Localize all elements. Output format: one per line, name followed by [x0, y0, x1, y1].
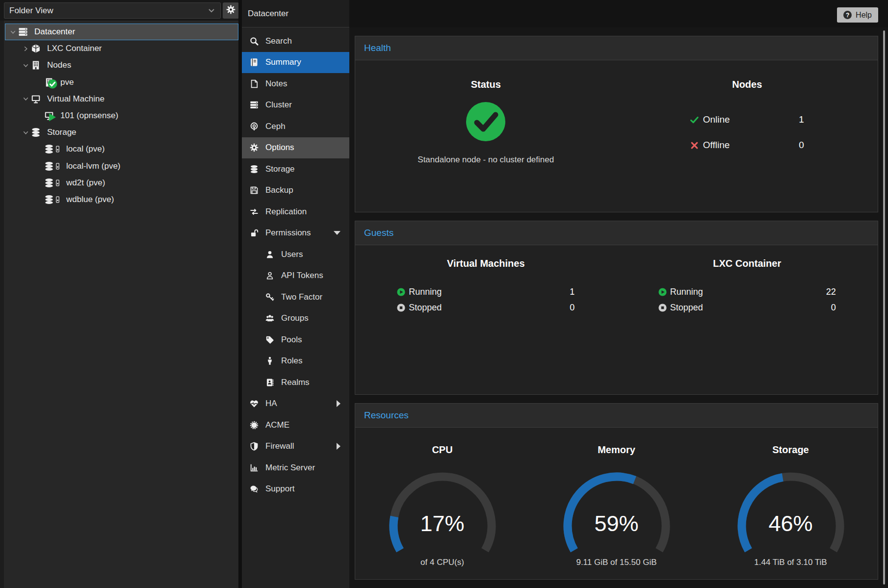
resources-band-title: Resources [355, 410, 409, 421]
tree-gutter [0, 21, 4, 588]
nav-item-options[interactable]: Options [242, 137, 349, 159]
online-count: 1 [799, 114, 804, 125]
nav-item-ceph[interactable]: Ceph [242, 116, 349, 137]
vm-running-row: Running 1 [397, 284, 575, 300]
tree-item-101-opnsense[interactable]: 101 (opnsense) [5, 107, 238, 124]
tree-item-lxc-container[interactable]: LXC Container [5, 40, 238, 57]
nav-menu: SearchSummaryNotesClusterCephOptionsStor… [242, 30, 349, 500]
nav-item-groups[interactable]: Groups [242, 308, 349, 330]
nav-item-label: Permissions [265, 228, 311, 238]
nav-panel: Datacenter SearchSummaryNotesClusterCeph… [242, 0, 349, 588]
nav-item-label: Support [265, 484, 295, 494]
nav-item-support[interactable]: Support [242, 479, 349, 500]
vm-stopped-count: 0 [570, 303, 575, 313]
nav-item-replication[interactable]: Replication [242, 201, 349, 223]
database-drive-icon [44, 178, 62, 188]
expander-right-icon[interactable] [337, 400, 340, 407]
tree-item-wd2t-pve[interactable]: wd2t (pve) [5, 175, 238, 191]
status-check-badge [48, 79, 57, 89]
lxc-running-label: Running [670, 287, 703, 297]
main-content: Health Status Standalone node - no clust… [349, 27, 888, 588]
heartbeat-icon [249, 399, 259, 409]
database-drive-icon [44, 161, 62, 172]
nav-item-label: Users [281, 250, 303, 259]
question-icon: ? [843, 11, 852, 19]
health-band: Health [355, 36, 878, 60]
memory-gauge: 59% [553, 464, 680, 556]
tree-item-pve[interactable]: pve [5, 74, 238, 91]
expander-down-icon[interactable] [334, 231, 340, 235]
vm-stopped-row: Stopped 0 [397, 300, 575, 315]
tree-item-label: Storage [47, 128, 77, 137]
tree-item-local-pve[interactable]: local (pve) [5, 141, 238, 157]
storage-gauge: 46% [727, 464, 855, 556]
nav-item-label: Cluster [265, 100, 292, 110]
tree-item-local-lvm-pve[interactable]: local-lvm (pve) [5, 158, 238, 175]
nav-item-notes[interactable]: Notes [242, 73, 349, 95]
chevron-down-icon[interactable] [20, 95, 31, 102]
chevron-down-icon[interactable] [7, 28, 18, 36]
book-icon [249, 57, 259, 67]
nav-item-backup[interactable]: Backup [242, 180, 349, 202]
nav-item-acme[interactable]: ACME [242, 414, 349, 436]
cpu-gauge-column: CPU 17% of 4 CPU(s) [355, 428, 529, 579]
tree-item-virtual-machine[interactable]: Virtual Machine [5, 91, 238, 107]
expander-right-icon[interactable] [337, 443, 340, 450]
database-drive-icon [44, 144, 62, 154]
nav-item-firewall[interactable]: Firewall [242, 436, 349, 458]
status-title: Status [355, 79, 617, 90]
nav-item-label: Pools [281, 335, 302, 345]
nav-item-cluster[interactable]: Cluster [242, 95, 349, 116]
nav-item-label: Search [265, 36, 292, 46]
nav-item-storage[interactable]: Storage [242, 158, 349, 180]
floppy-icon [249, 185, 259, 195]
server-stack-icon [18, 26, 30, 37]
health-status-column: Status Standalone node - no cluster defi… [355, 60, 617, 212]
tree-item-wdblue-pve[interactable]: wdblue (pve) [5, 191, 238, 208]
chevron-down-icon[interactable] [20, 129, 31, 136]
nav-item-search[interactable]: Search [242, 30, 349, 52]
tree-item-label: 101 (opnsense) [60, 111, 118, 121]
chevron-down-icon[interactable] [20, 62, 31, 69]
cross-icon [690, 141, 703, 150]
view-selector[interactable]: Folder View [4, 2, 221, 19]
server-stack-icon [249, 100, 259, 110]
scrollbar-thumb[interactable] [883, 30, 885, 585]
nav-item-pools[interactable]: Pools [242, 329, 349, 351]
nav-item-label: Metric Server [265, 463, 315, 473]
nav-item-label: API Tokens [281, 271, 323, 281]
nav-item-two-factor[interactable]: Two Factor [242, 286, 349, 308]
cpu-detail: of 4 CPU(s) [355, 558, 529, 567]
tree-item-nodes[interactable]: Nodes [5, 57, 238, 74]
guests-lxc-column: LXC Container Running 22 Stopped [617, 245, 878, 394]
nav-item-ha[interactable]: HA [242, 393, 349, 415]
nav-item-realms[interactable]: Realms [242, 372, 349, 393]
help-button[interactable]: ? Help [837, 7, 878, 23]
seal-icon [249, 420, 259, 430]
tree-item-label: local (pve) [66, 144, 104, 154]
tree-item-label: local-lvm (pve) [66, 161, 121, 171]
key-icon [265, 292, 275, 302]
stopped-icon [658, 304, 670, 312]
chevron-right-icon[interactable] [20, 45, 31, 52]
panel-splitter[interactable] [238, 0, 242, 588]
nav-item-api-tokens[interactable]: API Tokens [242, 265, 349, 287]
health-nodes-column: Nodes Online 1 Offline 0 [617, 60, 878, 212]
lxc-stopped-count: 0 [831, 303, 836, 313]
tree-item-storage[interactable]: Storage [5, 124, 238, 141]
tree-item-datacenter[interactable]: Datacenter [5, 24, 238, 40]
lxc-stopped-label: Stopped [670, 303, 703, 313]
memory-title: Memory [529, 444, 704, 456]
storage-title: Storage [704, 444, 878, 456]
resources-panel: CPU 17% of 4 CPU(s) Memory 59% 9.11 GiB … [355, 428, 878, 580]
nav-item-roles[interactable]: Roles [242, 351, 349, 372]
nav-item-metric-server[interactable]: Metric Server [242, 457, 349, 479]
nav-item-permissions[interactable]: Permissions [242, 223, 349, 244]
nav-item-label: Options [265, 143, 294, 153]
nav-item-summary[interactable]: Summary [242, 52, 349, 74]
nav-item-users[interactable]: Users [242, 244, 349, 265]
nav-item-label: Two Factor [281, 292, 322, 302]
tree-settings-button[interactable] [223, 2, 239, 19]
cube-icon [31, 43, 43, 54]
users-icon [265, 313, 275, 323]
